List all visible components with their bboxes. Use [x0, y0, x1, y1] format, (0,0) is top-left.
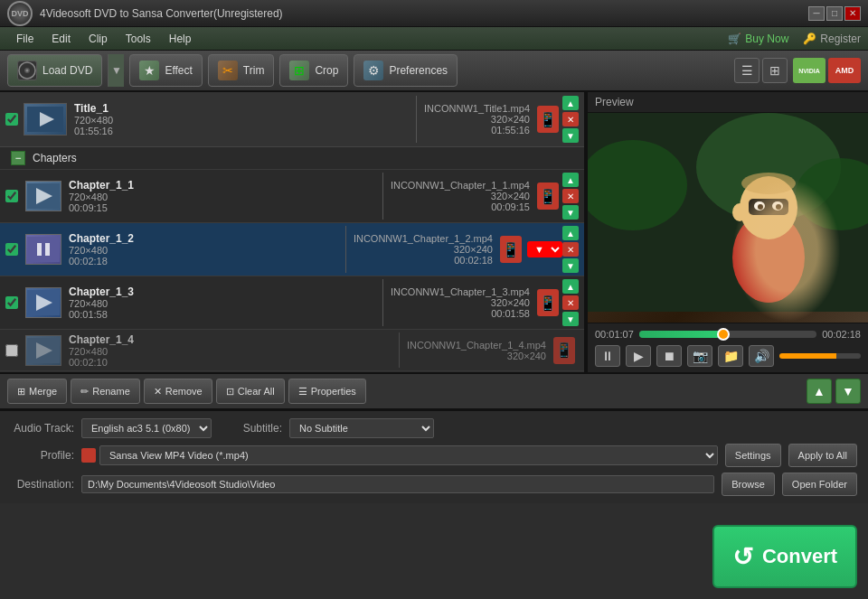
svg-rect-20 [749, 199, 788, 215]
menu-clip[interactable]: Clip [80, 30, 117, 48]
convert-button[interactable]: ↺ Convert [712, 525, 857, 588]
register-button[interactable]: 🔑 Register [803, 33, 861, 45]
expand-down-icon[interactable]: ✕ [562, 112, 579, 126]
menu-help[interactable]: Help [160, 30, 201, 48]
ch3-up-icon[interactable]: ▲ [562, 279, 579, 294]
ch2-remove-icon[interactable]: ✕ [562, 242, 579, 257]
settings-row3: Destination: Browse Open Folder [11, 473, 857, 496]
chapter-1-2-name: Chapter_1_2 [69, 232, 338, 245]
destination-input[interactable] [81, 475, 714, 493]
volume-button[interactable]: 🔊 [749, 345, 774, 367]
ch2-down-icon[interactable]: ▼ [562, 258, 579, 273]
rename-button[interactable]: ✏ Rename [71, 379, 140, 404]
device-icon-ch4: 📱 [553, 337, 575, 364]
remove-button[interactable]: ✕ Remove [144, 379, 212, 404]
menu-tools[interactable]: Tools [117, 30, 160, 48]
merge-button[interactable]: ⊞ Merge [7, 379, 67, 404]
app-logo: DVD [7, 1, 33, 26]
ch1-remove-icon[interactable]: ✕ [562, 189, 579, 203]
apply-to-all-button[interactable]: Apply to All [788, 444, 857, 467]
audio-track-select[interactable]: English ac3 5.1 (0x80) [81, 418, 212, 438]
ch3-down-icon[interactable]: ▼ [562, 312, 579, 326]
dvd-icon [17, 61, 37, 80]
preferences-button[interactable]: ⚙ Preferences [354, 54, 458, 87]
clear-all-button[interactable]: ⊡ Clear All [216, 379, 285, 404]
chapter-1-2-checkbox[interactable] [5, 243, 18, 256]
chapter-1-1-duration: 00:09:15 [69, 202, 375, 213]
expand-up-icon[interactable]: ▲ [562, 96, 579, 110]
minimize-button[interactable]: ─ [808, 6, 825, 21]
chapter-1-3-name: Chapter_1_3 [69, 285, 375, 298]
profile-select[interactable]: Sansa View MP4 Video (*.mp4) [99, 445, 718, 465]
chapter-1-4-duration: 00:02:10 [69, 357, 392, 368]
title-row: Title_1 720×480 01:55:16 INCONNW1_Title1… [0, 92, 584, 147]
rename-icon: ✏ [80, 386, 89, 398]
effect-button[interactable]: ★ Effect [129, 54, 202, 87]
buy-now-button[interactable]: 🛒 Buy Now [728, 33, 788, 45]
browse-button[interactable]: Browse [722, 473, 775, 496]
device-icon-ch3: 📱 [537, 289, 559, 316]
svg-rect-7 [27, 237, 60, 262]
title-checkbox[interactable] [5, 113, 18, 126]
ch1-down-icon[interactable]: ▼ [562, 205, 579, 220]
trim-button[interactable]: ✂ Trim [208, 54, 275, 87]
time-total: 00:02:18 [822, 329, 861, 340]
title-output-name: INCONNW1_Title1.mp4 [424, 103, 530, 114]
preview-panel: Preview [588, 92, 868, 372]
load-dvd-dropdown[interactable]: ▼ [108, 54, 124, 87]
title-bar: DVD 4Videosoft DVD to Sansa Converter(Un… [0, 0, 868, 27]
load-dvd-button[interactable]: Load DVD [7, 54, 102, 87]
device-select[interactable]: ▼ [527, 241, 562, 257]
progress-thumb[interactable] [717, 328, 730, 341]
chapter-1-4-output: INCONNW1_Chapter_1_4.mp4 320×240 [407, 340, 546, 361]
pause-button[interactable]: ⏸ [595, 345, 620, 367]
chapters-expand-button[interactable]: − [11, 151, 25, 165]
close-button[interactable]: ✕ [844, 6, 861, 21]
preview-controls: 00:01:07 00:02:18 ⏸ ▶ ⏹ 📷 📁 🔊 [588, 323, 868, 372]
settings-button[interactable]: Settings [725, 444, 781, 467]
properties-button[interactable]: ☰ Properties [288, 379, 366, 404]
crop-button[interactable]: ⊞ Crop [279, 54, 348, 87]
clear-icon: ⊡ [226, 386, 234, 398]
menu-file[interactable]: File [7, 30, 42, 48]
play-forward-button[interactable]: ▶ [626, 345, 651, 367]
grid-view-button[interactable]: ⊞ [762, 58, 788, 83]
volume-slider[interactable] [779, 353, 861, 359]
chapter-1-3-checkbox[interactable] [5, 296, 18, 309]
chapter-1-1-thumbnail [25, 181, 61, 211]
device-icon-title: 📱 [537, 106, 559, 133]
screenshot-button[interactable]: 📷 [687, 345, 712, 367]
chapter-1-1-checkbox[interactable] [5, 190, 18, 202]
chapter-1-1-info: Chapter_1_1 720×480 00:09:15 [69, 179, 375, 213]
ch3-remove-icon[interactable]: ✕ [562, 295, 579, 310]
stop-button[interactable]: ⏹ [656, 345, 682, 367]
list-view-button[interactable]: ☰ [734, 58, 760, 83]
chapter-1-1-actions: ▲ ✕ ▼ [562, 173, 579, 220]
title-thumbnail [24, 103, 67, 136]
action-bar: ⊞ Merge ✏ Rename ✕ Remove ⊡ Clear All ☰ … [0, 372, 868, 410]
subtitle-select[interactable]: No Subtitle [289, 418, 434, 438]
device-icon-ch1: 📱 [537, 183, 559, 210]
chapter-row: Chapter_1_1 720×480 00:09:15 INCONNW1_Ch… [0, 170, 584, 223]
chapter-1-4-checkbox[interactable] [5, 344, 18, 357]
trim-icon: ✂ [218, 61, 238, 80]
maximize-button[interactable]: □ [826, 6, 843, 21]
open-folder-button[interactable]: 📁 [718, 345, 743, 367]
chapter-1-1-dims: 720×480 [69, 192, 375, 202]
progress-bar[interactable] [639, 331, 816, 338]
buy-icon: 🛒 [728, 33, 741, 45]
device-icon-ch2: 📱 [500, 236, 522, 263]
destination-label: Destination: [11, 478, 74, 491]
collapse-icon[interactable]: ▼ [562, 128, 579, 143]
chapter-1-4-name: Chapter_1_4 [69, 333, 392, 346]
menu-edit[interactable]: Edit [42, 30, 80, 48]
main-content: Title_1 720×480 01:55:16 INCONNW1_Title1… [0, 92, 868, 372]
open-folder-button[interactable]: Open Folder [782, 473, 857, 496]
ch1-up-icon[interactable]: ▲ [562, 173, 579, 187]
move-down-button[interactable]: ▼ [835, 379, 861, 404]
chapter-1-4-info: Chapter_1_4 720×480 00:02:10 [69, 333, 392, 368]
divider [382, 173, 383, 220]
move-up-button[interactable]: ▲ [807, 379, 832, 404]
ch2-up-icon[interactable]: ▲ [562, 226, 579, 240]
title-info: Title_1 720×480 01:55:16 [74, 102, 409, 136]
